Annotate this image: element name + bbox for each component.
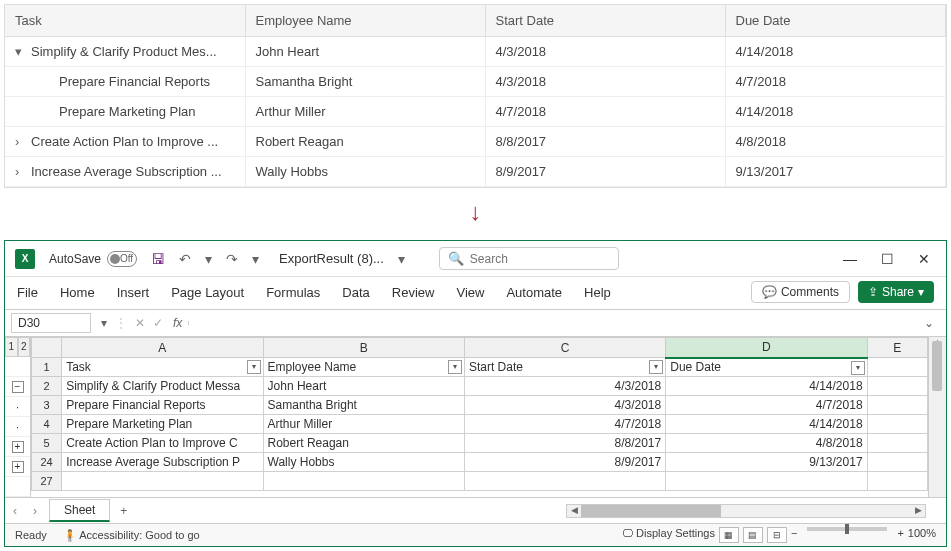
cell[interactable]: Prepare Marketing Plan (62, 415, 263, 434)
cell[interactable] (666, 472, 867, 491)
cell[interactable] (867, 377, 927, 396)
toggle-off-icon[interactable]: Off (107, 251, 137, 267)
scroll-right-icon[interactable]: ▶ (911, 505, 925, 515)
maximize-button[interactable]: ☐ (881, 251, 894, 267)
scroll-thumb[interactable] (581, 505, 721, 517)
page-layout-view-icon[interactable]: ▤ (743, 527, 763, 543)
cell[interactable] (263, 472, 464, 491)
cell[interactable]: Create Action Plan to Improve C (62, 434, 263, 453)
horizontal-scrollbar[interactable]: ◀ ▶ (566, 504, 926, 518)
col-header-employee[interactable]: Employee Name (245, 5, 485, 37)
col-header-due[interactable]: Due Date (725, 5, 946, 37)
minimize-button[interactable]: — (843, 251, 857, 267)
filter-icon[interactable]: ▾ (851, 361, 865, 375)
undo-icon[interactable]: ↶ (179, 251, 191, 267)
outline-minus-icon[interactable]: − (12, 381, 24, 393)
ribbon-tab-home[interactable]: Home (60, 283, 95, 302)
zoom-in-button[interactable]: + (897, 527, 903, 543)
cell[interactable]: 8/9/2017 (464, 453, 665, 472)
outline-plus-icon[interactable]: + (12, 461, 24, 473)
cell-d1[interactable]: Due Date▾ (666, 358, 867, 377)
cell-e1[interactable] (867, 358, 927, 377)
col-header-d[interactable]: D (666, 338, 867, 358)
cell[interactable] (867, 472, 927, 491)
tree-row[interactable]: Prepare Marketing Plan Arthur Miller 4/7… (5, 97, 946, 127)
ribbon-tab-data[interactable]: Data (342, 283, 369, 302)
autosave-toggle[interactable]: AutoSave Off (49, 251, 137, 267)
scroll-thumb[interactable] (932, 341, 942, 391)
add-sheet-button[interactable]: + (110, 504, 137, 518)
cell-b1[interactable]: Employee Name▾ (263, 358, 464, 377)
cell-a1[interactable]: Task▾ (62, 358, 263, 377)
tree-collapsed-icon[interactable]: › (15, 164, 25, 179)
formula-expand-icon[interactable]: ⌄ (918, 316, 940, 330)
cell[interactable]: Samantha Bright (263, 396, 464, 415)
title-dropdown-icon[interactable]: ▾ (398, 251, 405, 267)
col-header-c[interactable]: C (464, 338, 665, 358)
close-button[interactable]: ✕ (918, 251, 930, 267)
ribbon-tab-page-layout[interactable]: Page Layout (171, 283, 244, 302)
cell[interactable]: 4/14/2018 (666, 415, 867, 434)
ribbon-tab-automate[interactable]: Automate (506, 283, 562, 302)
cell[interactable]: 4/7/2018 (464, 415, 665, 434)
scroll-left-icon[interactable]: ◀ (567, 505, 581, 515)
row-header[interactable]: 5 (32, 434, 62, 453)
filter-icon[interactable]: ▾ (247, 360, 261, 374)
ribbon-tab-file[interactable]: File (17, 283, 38, 302)
cell[interactable]: 4/3/2018 (464, 377, 665, 396)
share-button[interactable]: ⇪Share ▾ (858, 281, 934, 303)
cell[interactable] (464, 472, 665, 491)
tree-expanded-icon[interactable]: ▾ (15, 44, 25, 59)
col-header-start[interactable]: Start Date (485, 5, 725, 37)
sheet-nav-next-icon[interactable]: › (25, 504, 45, 518)
tree-row[interactable]: ▾Simplify & Clarify Product Mes... John … (5, 37, 946, 67)
save-icon[interactable]: 🖫 (151, 251, 165, 267)
comments-button[interactable]: 💬Comments (751, 281, 850, 303)
ribbon-tab-help[interactable]: Help (584, 283, 611, 302)
cell[interactable]: Arthur Miller (263, 415, 464, 434)
zoom-out-button[interactable]: − (791, 527, 797, 543)
formula-cancel-icon[interactable]: ✕ (131, 316, 149, 330)
redo-icon[interactable]: ↷ (226, 251, 238, 267)
ribbon-tab-insert[interactable]: Insert (117, 283, 150, 302)
fx-icon[interactable]: fx (167, 316, 188, 330)
col-header-b[interactable]: B (263, 338, 464, 358)
row-header-1[interactable]: 1 (32, 358, 62, 377)
sheet-tab[interactable]: Sheet (49, 499, 110, 522)
cell[interactable]: 4/3/2018 (464, 396, 665, 415)
search-box[interactable]: 🔍 (439, 247, 619, 270)
tree-row[interactable]: ›Create Action Plan to Improve ... Rober… (5, 127, 946, 157)
tree-row[interactable]: Prepare Financial Reports Samantha Brigh… (5, 67, 946, 97)
row-header[interactable]: 27 (32, 472, 62, 491)
outline-level-2[interactable]: 2 (18, 337, 31, 357)
row-header[interactable]: 2 (32, 377, 62, 396)
cell[interactable]: 9/13/2017 (666, 453, 867, 472)
row-header[interactable]: 4 (32, 415, 62, 434)
ribbon-tab-view[interactable]: View (456, 283, 484, 302)
cell[interactable] (867, 434, 927, 453)
cell[interactable]: Prepare Financial Reports (62, 396, 263, 415)
cell[interactable]: Increase Average Subscription P (62, 453, 263, 472)
filter-icon[interactable]: ▾ (448, 360, 462, 374)
outline-level-1[interactable]: 1 (5, 337, 18, 357)
cell[interactable] (867, 453, 927, 472)
formula-enter-icon[interactable]: ✓ (149, 316, 167, 330)
cell[interactable] (867, 415, 927, 434)
zoom-level[interactable]: 100% (908, 527, 936, 543)
col-header-task[interactable]: Task (5, 5, 245, 37)
zoom-slider[interactable] (807, 527, 887, 531)
cell[interactable]: Wally Hobbs (263, 453, 464, 472)
cell[interactable]: Simplify & Clarify Product Messa (62, 377, 263, 396)
name-box-dropdown-icon[interactable]: ▾ (97, 316, 111, 330)
outline-plus-icon[interactable]: + (12, 441, 24, 453)
filter-icon[interactable]: ▾ (649, 360, 663, 374)
cell[interactable]: 4/14/2018 (666, 377, 867, 396)
col-header-e[interactable]: E (867, 338, 927, 358)
row-header[interactable]: 24 (32, 453, 62, 472)
cell[interactable]: John Heart (263, 377, 464, 396)
tree-collapsed-icon[interactable]: › (15, 134, 25, 149)
col-header-a[interactable]: A (62, 338, 263, 358)
cell[interactable] (62, 472, 263, 491)
page-break-view-icon[interactable]: ⊟ (767, 527, 787, 543)
ribbon-tab-formulas[interactable]: Formulas (266, 283, 320, 302)
